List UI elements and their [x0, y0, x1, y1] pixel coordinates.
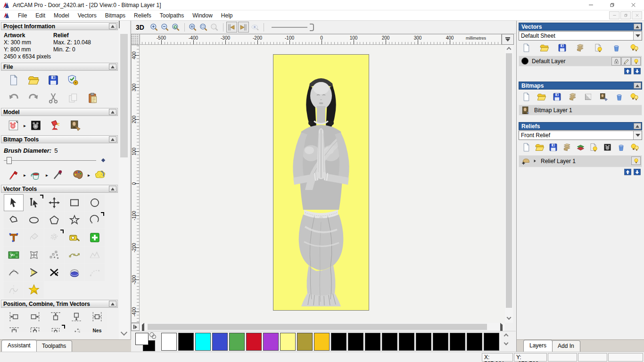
menu-vectors[interactable]: Vectors [74, 11, 101, 20]
colour-picker-icon[interactable] [51, 168, 65, 181]
minimize-button[interactable] [580, 0, 602, 10]
trash-icon[interactable] [613, 91, 625, 102]
postool-align-top[interactable] [45, 309, 66, 324]
mdi-minimize-button[interactable] [609, 11, 619, 19]
save-floppy-icon[interactable] [557, 42, 568, 53]
vtool-circle[interactable] [85, 194, 105, 211]
vtool-distort-grid[interactable] [24, 247, 44, 263]
menu-bitmaps[interactable]: Bitmaps [101, 11, 130, 20]
close-button[interactable] [623, 0, 644, 10]
postool-scatter-copies[interactable] [66, 324, 86, 332]
open-folder-icon[interactable] [536, 91, 547, 102]
zoom-box-icon[interactable] [198, 22, 209, 33]
vtool-star-wizard[interactable] [24, 281, 44, 298]
vtool-transform[interactable] [44, 194, 64, 211]
vtool-arc[interactable] [85, 212, 105, 229]
postool-align-center[interactable] [45, 324, 66, 332]
colour-swatch[interactable] [212, 333, 228, 351]
vtool-mountains[interactable] [85, 247, 105, 263]
trash-icon[interactable] [611, 42, 622, 53]
vtool-wave-nodes[interactable] [65, 247, 84, 263]
collapse-button[interactable] [109, 64, 116, 70]
tab-layers[interactable]: Layers [523, 340, 553, 352]
save-file-icon[interactable] [46, 74, 60, 87]
palette-icon[interactable] [71, 168, 85, 181]
brush-diameter-slider[interactable] [4, 156, 115, 165]
vtool-trim[interactable] [44, 264, 64, 281]
colour-swatch[interactable] [331, 333, 347, 351]
colour-swatch[interactable] [467, 333, 482, 351]
vtool-dotted-curve[interactable] [85, 264, 105, 281]
vector-layer-row[interactable]: Default Layer [519, 56, 642, 66]
colour-swatch[interactable] [280, 333, 296, 351]
tab-toolpaths[interactable]: Toolpaths [36, 340, 72, 352]
scroll-up-icon[interactable] [507, 47, 512, 52]
palette-scroll[interactable] [502, 332, 510, 351]
colour-swatch[interactable] [314, 333, 330, 351]
canvas-vscrollbar[interactable] [505, 45, 513, 323]
menu-file[interactable]: File [14, 11, 31, 20]
texture-sponge-icon[interactable] [93, 168, 107, 181]
zoom-1to1-icon[interactable] [188, 22, 198, 33]
slider-handle[interactable] [7, 157, 12, 164]
zoom-previous-icon[interactable] [171, 22, 182, 33]
gray-frame-icon[interactable] [602, 142, 613, 152]
open-folder-icon[interactable] [538, 42, 550, 53]
new-model-icon[interactable] [7, 74, 21, 87]
colour-swatch[interactable] [399, 333, 414, 351]
set-model-size-icon[interactable] [7, 119, 21, 132]
bulb-page-icon[interactable] [588, 142, 600, 152]
cut-icon[interactable] [46, 91, 60, 105]
colour-swatch[interactable] [416, 333, 431, 351]
mdi-close-button[interactable] [632, 11, 642, 19]
combo-dropdown-icon[interactable] [633, 131, 642, 140]
menu-window[interactable]: Window [188, 11, 217, 20]
colour-swatch[interactable] [161, 333, 177, 351]
paint-brush-icon[interactable] [7, 168, 21, 181]
scroll-down-icon[interactable] [121, 329, 127, 336]
collapse-button[interactable] [634, 82, 641, 89]
edit-pencil-button[interactable] [621, 57, 631, 66]
bulb-page-icon[interactable] [593, 42, 604, 53]
colour-swatch[interactable] [246, 333, 262, 351]
new-page-icon[interactable] [520, 142, 532, 152]
vtool-bisector[interactable] [24, 264, 44, 281]
canvas-hscrollbar[interactable] [140, 323, 505, 331]
postool-center-vertical[interactable] [4, 324, 24, 332]
colour-swatch[interactable] [433, 333, 448, 351]
scroll-up-icon[interactable] [119, 21, 120, 28]
mdi-restore-button[interactable] [620, 11, 631, 19]
flyout-arrow-icon[interactable]: ▸ [24, 123, 26, 128]
vtool-offset[interactable] [44, 229, 64, 246]
combo-dropdown-icon[interactable] [633, 32, 642, 40]
vtool-star[interactable] [65, 212, 84, 229]
toggle-bulbs-icon[interactable] [629, 142, 640, 152]
colour-swatch[interactable] [348, 333, 363, 351]
copy-image-icon[interactable] [598, 91, 609, 102]
menu-help[interactable]: Help [217, 11, 237, 20]
toggle-bulbs-icon[interactable] [629, 42, 640, 53]
tab-add-in[interactable]: Add In [552, 340, 580, 352]
colour-swatch[interactable] [297, 333, 313, 351]
layer-down-button[interactable] [633, 68, 641, 75]
trash-icon[interactable] [615, 142, 627, 152]
colour-swatch[interactable] [365, 333, 380, 351]
vector-sheet-select[interactable]: Default Sheet [519, 31, 642, 41]
vtool-ellipse[interactable] [24, 212, 44, 229]
redo-icon[interactable] [26, 91, 41, 105]
colour-swatch[interactable] [382, 333, 397, 351]
colour-swatch[interactable] [484, 333, 499, 351]
bitmap-layer-row[interactable]: Bitmap Layer 1 [519, 105, 642, 115]
postool-align-right[interactable] [25, 309, 45, 324]
zoom-in-icon[interactable] [149, 22, 160, 33]
view-slider[interactable] [272, 23, 314, 32]
menu-edit[interactable]: Edit [31, 11, 50, 20]
scroll-down-icon[interactable] [504, 341, 508, 346]
postool-nest[interactable]: Nes [87, 324, 107, 332]
save-floppy-icon[interactable] [552, 91, 563, 102]
model-options-icon[interactable] [66, 74, 80, 87]
layer-up-button[interactable] [624, 169, 632, 176]
collapse-button[interactable] [634, 123, 641, 129]
merge-sheets-icon[interactable] [575, 42, 586, 53]
colour-swatch[interactable] [195, 333, 211, 351]
